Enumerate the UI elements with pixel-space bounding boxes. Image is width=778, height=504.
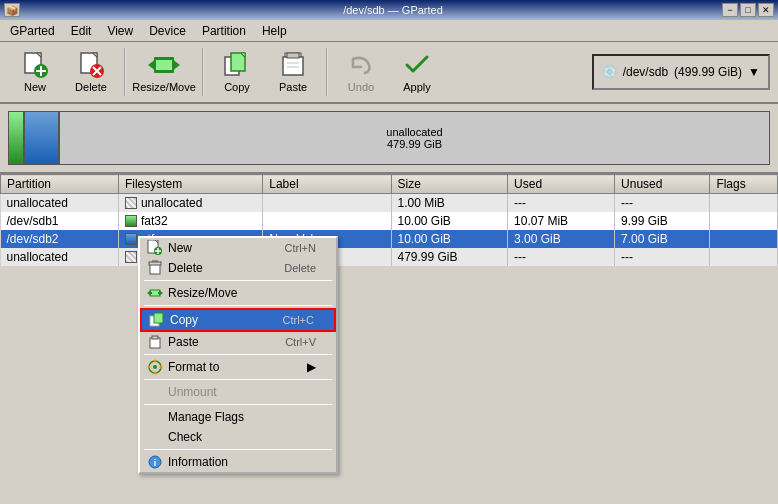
cell-flags [710, 194, 778, 213]
partition-table: Partition Filesystem Label Size Used Unu… [0, 174, 778, 504]
check-ctx-icon [146, 428, 164, 446]
disk-unallocated-visual: unallocated 479.99 GiB [59, 111, 770, 165]
ctx-copy[interactable]: Copy Ctrl+C [140, 308, 336, 332]
ctx-unmount-label: Unmount [168, 385, 217, 399]
delete-button[interactable]: Delete [64, 46, 118, 98]
ctx-information-label: Information [168, 455, 228, 469]
undo-button[interactable]: Undo [334, 46, 388, 98]
menu-device[interactable]: Device [143, 22, 192, 40]
table-row[interactable]: /dev/sdb1 fat32 10.00 GiB 10.07 MiB 9.99… [1, 212, 778, 230]
cell-size: 1.00 MiB [391, 194, 508, 213]
cell-label [263, 212, 391, 230]
menu-help[interactable]: Help [256, 22, 293, 40]
disk-visual: unallocated 479.99 GiB [0, 104, 778, 174]
svg-point-46 [154, 372, 157, 375]
ctx-information[interactable]: i Information [140, 452, 336, 472]
resize-move-label: Resize/Move [132, 81, 196, 93]
fs-name: unallocated [141, 196, 202, 210]
device-dropdown-icon: ▼ [748, 65, 760, 79]
ctx-sep4 [144, 379, 332, 380]
copy-button[interactable]: Copy [210, 46, 264, 98]
maximize-button[interactable]: □ [740, 3, 756, 17]
cell-flags [710, 230, 778, 248]
menu-view[interactable]: View [101, 22, 139, 40]
ctx-check[interactable]: Check [140, 427, 336, 447]
menu-edit[interactable]: Edit [65, 22, 98, 40]
titlebar-controls[interactable]: − □ ✕ [722, 3, 774, 17]
copy-ctx-icon [148, 311, 166, 329]
ctx-delete[interactable]: Delete Delete [140, 258, 336, 278]
toolbar-sep3 [326, 48, 328, 96]
col-partition: Partition [1, 175, 119, 194]
ctx-sep3 [144, 354, 332, 355]
cell-unused: --- [615, 248, 710, 266]
delete-ctx-icon [146, 259, 164, 277]
svg-rect-33 [149, 262, 161, 265]
ctx-sep5 [144, 404, 332, 405]
new-button[interactable]: New [8, 46, 62, 98]
ctx-paste-label: Paste [168, 335, 199, 349]
toolbar-sep2 [202, 48, 204, 96]
svg-point-44 [154, 360, 157, 363]
ctx-manage-flags[interactable]: Manage Flags [140, 407, 336, 427]
device-selector[interactable]: 💿 /dev/sdb (499.99 GiB) ▼ [592, 54, 770, 90]
ctx-resize-label: Resize/Move [168, 286, 237, 300]
cell-partition: /dev/sdb2 [1, 230, 119, 248]
unallocated-label: unallocated [386, 126, 442, 138]
col-used: Used [508, 175, 615, 194]
svg-rect-15 [156, 60, 172, 70]
disk-sdb1-visual [8, 111, 24, 165]
cell-size: 10.00 GiB [391, 212, 508, 230]
resize-ctx-icon [146, 284, 164, 302]
cell-label [263, 194, 391, 213]
ctx-check-label: Check [168, 430, 202, 444]
device-size: (499.99 GiB) [674, 65, 742, 79]
svg-text:i: i [154, 458, 157, 468]
ctx-new-label: New [168, 241, 192, 255]
col-filesystem: Filesystem [118, 175, 262, 194]
ctx-new-shortcut: Ctrl+N [285, 242, 316, 254]
copy-label: Copy [224, 81, 250, 93]
ctx-format-to[interactable]: Format to ▶ [140, 357, 336, 377]
ctx-resize[interactable]: Resize/Move [140, 283, 336, 303]
apply-button[interactable]: Apply [390, 46, 444, 98]
titlebar-icon: 📦 [4, 3, 20, 17]
cell-size: 479.99 GiB [391, 248, 508, 266]
svg-point-45 [160, 366, 163, 369]
flags-ctx-icon [146, 408, 164, 426]
info-ctx-icon: i [146, 453, 164, 471]
ctx-paste-shortcut: Ctrl+V [285, 336, 316, 348]
cell-used: 3.00 GiB [508, 230, 615, 248]
menubar: GParted Edit View Device Partition Help [0, 20, 778, 42]
minimize-button[interactable]: − [722, 3, 738, 17]
titlebar-title: /dev/sdb — GParted [343, 4, 443, 16]
cell-unused: 9.99 GiB [615, 212, 710, 230]
cell-partition: unallocated [1, 248, 119, 266]
device-label: /dev/sdb [623, 65, 668, 79]
resize-move-button[interactable]: Resize/Move [132, 46, 196, 98]
fs-color [125, 215, 137, 227]
ctx-copy-label: Copy [170, 313, 198, 327]
new-ctx-icon [146, 239, 164, 257]
cell-used: --- [508, 248, 615, 266]
format-ctx-icon [146, 358, 164, 376]
paste-ctx-icon [146, 333, 164, 351]
device-icon: 💿 [602, 65, 617, 79]
ctx-format-arrow: ▶ [307, 360, 316, 374]
table-row[interactable]: unallocated unallocated 1.00 MiB --- --- [1, 194, 778, 213]
close-button[interactable]: ✕ [758, 3, 774, 17]
apply-icon [401, 51, 433, 79]
ctx-new[interactable]: New Ctrl+N [140, 238, 336, 258]
table-row[interactable]: /dev/sdb2 ntfs New Volume 10.00 GiB 3.00… [1, 230, 778, 248]
ctx-unmount[interactable]: Unmount [140, 382, 336, 402]
cell-filesystem: fat32 [118, 212, 262, 230]
ctx-paste[interactable]: Paste Ctrl+V [140, 332, 336, 352]
col-size: Size [391, 175, 508, 194]
paste-button[interactable]: Paste [266, 46, 320, 98]
cell-size: 10.00 GiB [391, 230, 508, 248]
table-row[interactable]: unallocated unalloc 479.99 GiB --- --- [1, 248, 778, 266]
paste-label: Paste [279, 81, 307, 93]
menu-partition[interactable]: Partition [196, 22, 252, 40]
unallocated-size: 479.99 GiB [387, 138, 442, 150]
menu-gparted[interactable]: GParted [4, 22, 61, 40]
